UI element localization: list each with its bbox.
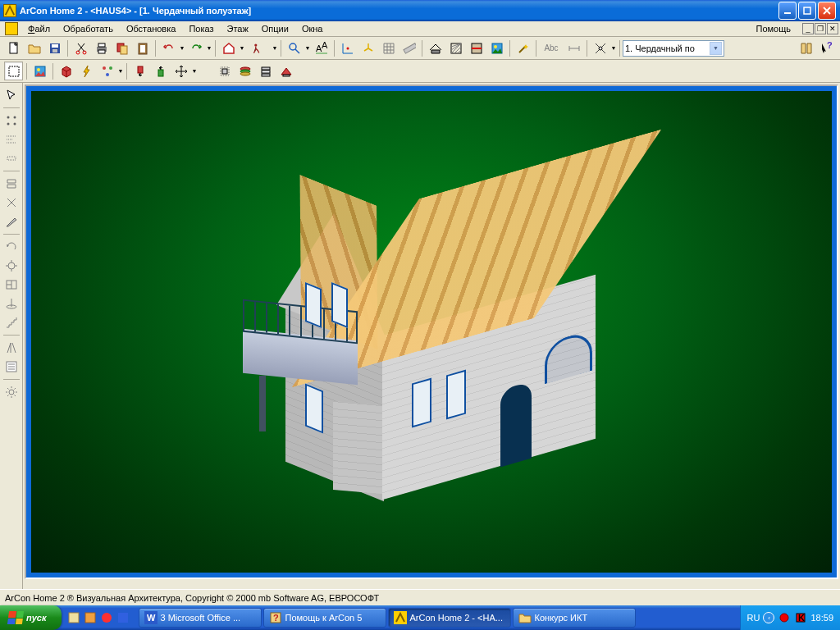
height-up-button[interactable] [151,62,170,80]
menu-furnish[interactable]: Обстановка [120,23,182,34]
svg-text:?: ? [827,42,833,50]
rotate-button[interactable] [2,238,21,256]
walker-icon [252,42,265,55]
snap-dropdown[interactable]: ▼ [610,45,617,51]
text-scale-button[interactable]: AA [312,39,331,57]
elevation-button[interactable] [2,294,21,313]
menu-windows[interactable]: Окна [295,23,330,34]
redo-dropdown[interactable]: ▼ [206,45,212,51]
menu-floor[interactable]: Этаж [221,23,255,34]
tray-expand-button[interactable]: ‹ [763,612,774,623]
cut-tool-button[interactable] [2,212,21,231]
menu-view[interactable]: Показ [182,23,220,34]
mdi-minimize-button[interactable]: _ [802,23,814,34]
marker-button[interactable] [2,149,21,167]
maximize-button[interactable] [798,2,816,20]
tray-icon-2[interactable]: K [794,611,807,624]
coords-button[interactable] [338,39,357,57]
menu-help[interactable]: Помощь [750,23,798,34]
secondary-toolbar: ▼ ▼ [0,60,840,83]
task-folder[interactable]: Конкурс ИКТ [513,608,636,628]
svg-rect-10 [98,50,105,53]
wand-icon [517,42,530,55]
cube-button[interactable] [57,62,75,80]
3d-viewport[interactable] [31,91,832,573]
floor-tool-button[interactable] [2,276,21,294]
zoom-dropdown[interactable]: ▼ [304,45,311,51]
zoom-button[interactable] [285,39,304,57]
menu-file[interactable]: Файл [21,23,57,34]
list-button[interactable] [2,358,21,376]
task-arcon[interactable]: ArCon Home 2 - <HA... [388,608,511,628]
groups-dropdown[interactable]: ▼ [117,68,124,74]
walk-mode-button[interactable] [246,39,271,57]
light-button[interactable] [2,383,21,401]
hatch-button[interactable] [446,39,465,57]
walk-dropdown[interactable]: ▼ [272,45,278,51]
lightning-button[interactable] [77,62,96,80]
move-button[interactable] [171,62,190,80]
tray-clock[interactable]: 18:59 [810,613,833,623]
minimize-button[interactable] [778,2,797,20]
locate-button[interactable] [2,257,21,275]
grid-button[interactable] [379,39,398,57]
new-file-button[interactable] [4,39,23,57]
text-tool-button[interactable]: Abc [540,39,563,57]
floor-select[interactable]: 1. Чердачный по ▼ [623,40,724,57]
render-button[interactable] [487,39,506,57]
tray-icon-1[interactable] [778,611,791,624]
section-button[interactable] [467,39,486,57]
task-help[interactable]: ? Помощь к ArCon 5 [263,608,386,628]
print-button[interactable] [92,39,111,57]
start-button[interactable]: пуск [0,605,62,630]
cut-button[interactable] [71,39,90,57]
grid-nodes-button[interactable] [2,112,21,130]
move-dropdown[interactable]: ▼ [191,68,198,74]
ruler-button[interactable] [399,39,418,57]
menu-edit[interactable]: Обработать [57,23,120,34]
building-select-button[interactable] [215,62,234,80]
mdi-close-button[interactable]: ✕ [827,23,838,34]
roof-view-button[interactable] [276,62,295,80]
design-dropdown[interactable]: ▼ [239,45,245,51]
layers-toggle-button[interactable] [2,175,21,193]
floor-layers-button[interactable] [235,62,254,80]
svg-rect-1 [804,7,810,14]
snap-button[interactable] [591,39,609,57]
story-button[interactable] [256,62,275,80]
design-mode-button[interactable] [219,39,238,57]
dimension-button[interactable] [564,39,583,57]
context-help-button[interactable]: ? [817,39,836,57]
start-label: пуск [26,613,47,623]
close-button[interactable] [818,2,836,20]
menu-options[interactable]: Опции [255,23,295,34]
redo-button[interactable] [186,39,205,57]
pointer-tool-button[interactable] [2,86,21,104]
select-all-button[interactable] [4,62,23,80]
catalog-button[interactable] [797,39,815,57]
align-button[interactable] [2,130,21,148]
stairs-button[interactable] [2,313,21,331]
undo-dropdown[interactable]: ▼ [179,45,185,51]
mdi-restore-button[interactable]: ❐ [815,23,826,34]
open-file-button[interactable] [25,39,43,57]
copy-button[interactable] [112,39,131,57]
save-button[interactable] [45,39,64,57]
height-down-button[interactable] [130,62,149,80]
ql-item-3[interactable] [99,609,114,626]
axes-button[interactable] [358,39,377,57]
cross-button[interactable] [2,194,21,212]
ql-item-2[interactable] [83,609,98,626]
paste-button[interactable] [133,39,152,57]
ql-item-4[interactable] [116,609,130,626]
undo-button[interactable] [159,39,178,57]
groups-button[interactable] [98,62,116,80]
tray-lang[interactable]: RU [747,613,760,623]
roof-tool-button[interactable] [426,39,445,57]
picture-button[interactable] [30,62,49,80]
task-word[interactable]: W 3 Microsoft Office ... [139,608,262,628]
magic-button[interactable] [514,39,532,57]
mirror-button[interactable] [2,339,21,357]
grid-nodes-icon [5,114,18,127]
ql-item-1[interactable] [66,609,81,626]
